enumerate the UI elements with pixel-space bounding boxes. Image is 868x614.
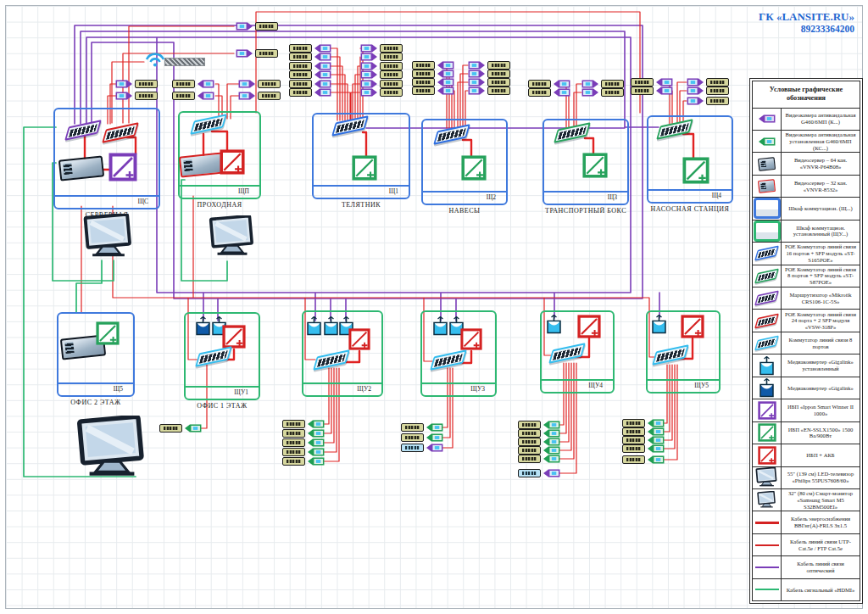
cabinet-id: ЩУ4 xyxy=(542,379,613,392)
switch-8port-icon xyxy=(197,350,231,363)
media-converter-icon xyxy=(652,315,666,334)
legend-icon-ups-green xyxy=(753,422,782,444)
legend-row: Кабель сигнальный «HDMI» xyxy=(753,578,860,600)
switch-8port-icon xyxy=(654,349,687,361)
cabinet-id: ЩС xyxy=(55,195,159,208)
cabinet-id: Щ4 xyxy=(648,189,732,202)
legend-title: Условные графические обозначения xyxy=(753,81,860,108)
company-header: ГК «LANSITE.RU» 89233364200 xyxy=(759,10,854,34)
ups-akb-icon xyxy=(220,149,245,175)
legend-row: ИБП «EN-SSLX1500» 1500 Ва/900Вт xyxy=(753,421,860,444)
legend-row: Видеокамера антивандальная установленная… xyxy=(753,130,860,152)
legend-row: Видеосервер – 32 кан. «VNVR-8532» xyxy=(753,175,860,197)
legend-row-label: ИБП «EN-SSLX1500» 1500 Ва/900Вт xyxy=(782,422,860,444)
legend-row-label: Медиаконвертер «Gigalink» xyxy=(782,377,860,399)
cabinet-id: Щ3 xyxy=(544,191,627,204)
legend-row-label: Шкаф коммутацион. (Щ...) xyxy=(782,198,860,219)
legend-icon-line-hdmi xyxy=(753,579,782,600)
legend-row: ИБП «Ippon Smart Winner II 1000» xyxy=(753,399,860,421)
legend-row: POE Коммутатор линий связи 16 портов + S… xyxy=(753,242,860,264)
cabinet-title: ОФИС 2 ЭТАЖ xyxy=(70,399,121,406)
media-converter-icon xyxy=(547,315,561,334)
poe-switch-8-icon xyxy=(555,126,589,139)
company-name: ГК «LANSITE.RU» xyxy=(759,10,854,24)
legend-row: Кабель энергоснабжения ВВГнг(А)-FRLS 3х1… xyxy=(753,511,860,533)
poe-switch-8-icon xyxy=(658,123,692,136)
company-phone: 89233364200 xyxy=(759,24,854,34)
cabinet-title: ТРАНСПОРТНЫЙ БОКС xyxy=(545,207,626,215)
media-converter-icon xyxy=(433,316,448,336)
cabinet-title: НАВЕСЫ xyxy=(448,207,480,215)
ups-akb-icon xyxy=(577,315,601,338)
legend-row: Кабель линий связи оптический xyxy=(753,555,860,578)
switch-8port-icon xyxy=(192,118,225,131)
ups-akb-icon xyxy=(348,328,370,350)
switch-8port-icon xyxy=(314,354,348,366)
legend-row-label: Видеокамера антивандальная G460/6МП (К..… xyxy=(782,109,860,130)
legend-row: Коммутатор линий связи 8 портов xyxy=(753,332,860,354)
cabinet-id: Щ1 xyxy=(314,185,409,198)
video-server-64-icon xyxy=(59,158,103,179)
cabinet-id: Щ2 xyxy=(423,191,506,204)
legend-row: 32" (80 см) Смарт-монитор «Samsung Smart… xyxy=(753,488,860,511)
legend-row-label: POE Коммутатор линий связи 8 портов + SF… xyxy=(782,265,860,287)
legend-icon-ups-purple xyxy=(753,399,782,421)
legend-row: Видеокамера антивандальная G460/6МП (К..… xyxy=(753,108,860,130)
legend-panel: Условные графические обозначения Видеока… xyxy=(749,78,863,604)
media-converter-icon xyxy=(324,316,338,336)
legend-row: Маршрутизатор «Mikrotik CRS106-1C-5S» xyxy=(753,287,860,309)
cabinet-title: ТЕЛЯТНИК xyxy=(342,201,381,209)
tv-55-icon xyxy=(76,416,147,480)
legend-row-label: Коммутатор линий связи 8 портов xyxy=(782,332,860,354)
ups-en-ssl-icon xyxy=(461,155,487,181)
cabinet-id: Щ5 xyxy=(58,382,133,395)
legend-row-label: Шкаф коммутацион. установленный (ЩУ...) xyxy=(782,220,860,242)
ups-en-ssl-icon xyxy=(582,153,608,178)
cabinet-id: ЩУ5 xyxy=(648,379,719,392)
legend-row: Медиаконвертер «Gigalink» установленный xyxy=(753,354,860,376)
legend-row-label: Маршрутизатор «Mikrotik CRS106-1C-5S» xyxy=(782,287,860,309)
ups-akb-icon xyxy=(222,325,246,349)
legend-icon-switch-green xyxy=(753,265,782,287)
legend-icon-server-red xyxy=(753,176,782,197)
legend-row: Медиаконвертер «Gigalink» xyxy=(753,377,860,399)
legend-icon-converter-cyan xyxy=(753,354,782,376)
legend-row: POE Коммутатор линий связи 24 порта + 2 … xyxy=(753,309,860,331)
legend-row-label: Кабель сигнальный «HDMI» xyxy=(782,579,860,600)
legend-rows: Видеокамера антивандальная G460/6МП (К..… xyxy=(753,108,860,601)
ups-akb-icon xyxy=(681,315,704,338)
legend-icon-switch-blue xyxy=(753,243,782,264)
legend-icon-line-optic xyxy=(753,556,782,578)
legend-icon-line-utp xyxy=(753,534,782,555)
legend-row-label: 55" (139 см) LED-телевизор «Philips 55PU… xyxy=(782,467,860,488)
legend-icon-switch-cyan xyxy=(753,332,782,354)
legend-row: Шкаф коммутацион. установленный (ЩУ...) xyxy=(753,220,860,242)
legend-icon-switch-red xyxy=(753,310,782,331)
cabinet-title: ПРОХОДНАЯ xyxy=(197,201,242,209)
legend-icon-tv xyxy=(753,467,782,488)
legend-icon-server-dark xyxy=(753,153,782,174)
legend-icon-switch-purple xyxy=(753,287,782,309)
switch-8port-icon xyxy=(431,354,465,366)
wifi-ssid-label xyxy=(164,58,205,66)
legend-icon-monitor xyxy=(753,489,782,511)
legend-row-label: Видеосервер – 32 кан. «VNVR-8532» xyxy=(782,176,860,197)
ups-akb-icon xyxy=(460,328,482,350)
ups-en-ssl-icon xyxy=(352,155,377,181)
legend-row-label: Медиаконвертер «Gigalink» установленный xyxy=(782,354,860,376)
legend-row: ИБП + АКБ xyxy=(753,444,860,466)
cabinet-id: ЩУ2 xyxy=(303,382,381,395)
wifi-icon xyxy=(144,51,166,68)
cabinet-id: ЩУ3 xyxy=(422,382,495,395)
cabinet-id: ЩУ1 xyxy=(186,386,259,399)
legend-icon-camera-purple xyxy=(753,109,782,130)
legend-row-label: POE Коммутатор линий связи 24 порта + 2 … xyxy=(782,310,860,331)
poe-switch-16-icon xyxy=(435,128,469,141)
cabinet-title: ОФИС 1 ЭТАЖ xyxy=(197,402,248,410)
legend-row: Видеосервер – 64 кан. «VNVR-P64B08» xyxy=(753,152,860,174)
legend-row: 55" (139 см) LED-телевизор «Philips 55PU… xyxy=(753,466,860,488)
media-converter-icon xyxy=(307,316,321,336)
media-converter-icon xyxy=(196,316,210,336)
legend-icon-converter-blue xyxy=(753,377,782,399)
monitor-32-icon xyxy=(83,214,134,260)
